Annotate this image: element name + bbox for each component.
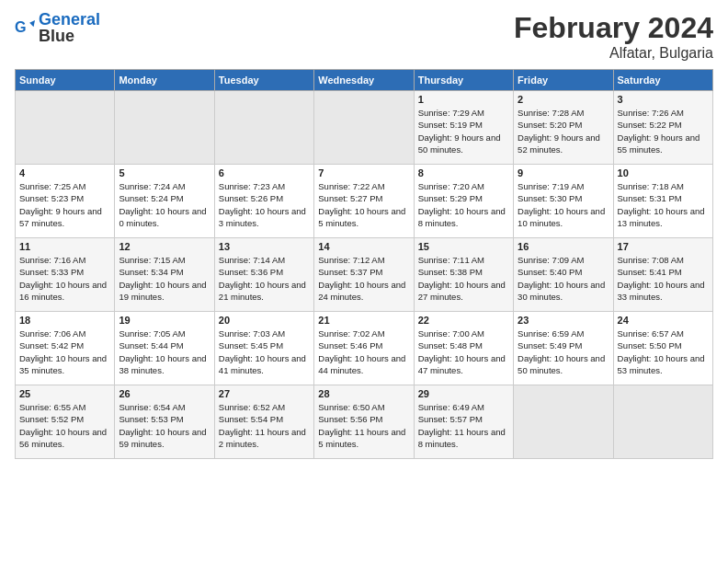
table-row: 6Sunrise: 7:23 AM Sunset: 5:26 PM Daylig… [214, 165, 313, 238]
day-number: 8 [418, 167, 509, 178]
table-row: 4Sunrise: 7:25 AM Sunset: 5:23 PM Daylig… [16, 165, 115, 238]
main-title: February 2024 [514, 11, 713, 45]
day-number: 14 [318, 241, 409, 252]
day-info: Sunrise: 7:25 AM Sunset: 5:23 PM Dayligh… [19, 180, 110, 229]
day-info: Sunrise: 6:50 AM Sunset: 5:56 PM Dayligh… [318, 401, 409, 450]
logo: G GeneralBlue [15, 11, 100, 44]
table-row: 11Sunrise: 7:16 AM Sunset: 5:33 PM Dayli… [16, 238, 115, 312]
day-number: 1 [418, 94, 509, 105]
day-number: 29 [418, 388, 509, 399]
day-number: 5 [119, 167, 210, 178]
logo-icon: G [15, 17, 35, 38]
day-number: 2 [518, 94, 609, 105]
table-row [314, 91, 414, 165]
day-number: 20 [219, 315, 310, 326]
col-friday: Friday [514, 70, 613, 91]
day-info: Sunrise: 7:06 AM Sunset: 5:42 PM Dayligh… [19, 327, 110, 376]
calendar-table: Sunday Monday Tuesday Wednesday Thursday… [15, 69, 713, 459]
day-info: Sunrise: 6:57 AM Sunset: 5:50 PM Dayligh… [618, 327, 709, 376]
table-row: 9Sunrise: 7:19 AM Sunset: 5:30 PM Daylig… [514, 165, 613, 238]
col-sunday: Sunday [16, 70, 115, 91]
day-info: Sunrise: 7:18 AM Sunset: 5:31 PM Dayligh… [618, 180, 709, 229]
day-info: Sunrise: 7:08 AM Sunset: 5:41 PM Dayligh… [618, 254, 709, 303]
col-monday: Monday [115, 70, 214, 91]
table-row: 12Sunrise: 7:15 AM Sunset: 5:34 PM Dayli… [115, 238, 214, 312]
day-number: 13 [219, 241, 310, 252]
table-row: 26Sunrise: 6:54 AM Sunset: 5:53 PM Dayli… [115, 385, 214, 459]
day-info: Sunrise: 7:03 AM Sunset: 5:45 PM Dayligh… [219, 327, 310, 376]
day-info: Sunrise: 7:00 AM Sunset: 5:48 PM Dayligh… [418, 327, 509, 376]
day-info: Sunrise: 7:23 AM Sunset: 5:26 PM Dayligh… [219, 180, 310, 229]
table-row: 1Sunrise: 7:29 AM Sunset: 5:19 PM Daylig… [414, 91, 513, 165]
day-number: 21 [318, 315, 409, 326]
day-info: Sunrise: 7:09 AM Sunset: 5:40 PM Dayligh… [518, 254, 609, 303]
day-info: Sunrise: 7:20 AM Sunset: 5:29 PM Dayligh… [418, 180, 509, 229]
table-row [214, 91, 313, 165]
col-thursday: Thursday [414, 70, 513, 91]
col-tuesday: Tuesday [214, 70, 313, 91]
day-info: Sunrise: 6:49 AM Sunset: 5:57 PM Dayligh… [418, 401, 509, 450]
day-info: Sunrise: 6:59 AM Sunset: 5:49 PM Dayligh… [518, 327, 609, 376]
day-info: Sunrise: 6:55 AM Sunset: 5:52 PM Dayligh… [19, 401, 110, 450]
table-row: 27Sunrise: 6:52 AM Sunset: 5:54 PM Dayli… [214, 385, 313, 459]
day-number: 28 [318, 388, 409, 399]
col-saturday: Saturday [613, 70, 712, 91]
table-row: 17Sunrise: 7:08 AM Sunset: 5:41 PM Dayli… [613, 238, 712, 312]
table-row: 15Sunrise: 7:11 AM Sunset: 5:38 PM Dayli… [414, 238, 513, 312]
table-row: 16Sunrise: 7:09 AM Sunset: 5:40 PM Dayli… [514, 238, 613, 312]
day-number: 6 [219, 167, 310, 178]
day-info: Sunrise: 7:24 AM Sunset: 5:24 PM Dayligh… [119, 180, 210, 229]
day-info: Sunrise: 7:28 AM Sunset: 5:20 PM Dayligh… [518, 107, 609, 155]
day-number: 10 [618, 167, 709, 178]
day-info: Sunrise: 7:02 AM Sunset: 5:46 PM Dayligh… [318, 327, 409, 376]
day-info: Sunrise: 7:15 AM Sunset: 5:34 PM Dayligh… [119, 254, 210, 303]
day-number: 26 [119, 388, 210, 399]
table-row [115, 91, 214, 165]
table-row: 24Sunrise: 6:57 AM Sunset: 5:50 PM Dayli… [613, 312, 712, 385]
day-number: 23 [518, 315, 609, 326]
table-row: 22Sunrise: 7:00 AM Sunset: 5:48 PM Dayli… [414, 312, 513, 385]
day-number: 7 [318, 167, 409, 178]
day-number: 24 [618, 315, 709, 326]
table-row: 28Sunrise: 6:50 AM Sunset: 5:56 PM Dayli… [314, 385, 414, 459]
table-row: 3Sunrise: 7:26 AM Sunset: 5:22 PM Daylig… [613, 91, 712, 165]
day-info: Sunrise: 6:54 AM Sunset: 5:53 PM Dayligh… [119, 401, 210, 450]
day-number: 22 [418, 315, 509, 326]
day-number: 25 [19, 388, 110, 399]
table-row: 25Sunrise: 6:55 AM Sunset: 5:52 PM Dayli… [16, 385, 115, 459]
table-row: 10Sunrise: 7:18 AM Sunset: 5:31 PM Dayli… [613, 165, 712, 238]
day-info: Sunrise: 7:16 AM Sunset: 5:33 PM Dayligh… [19, 254, 110, 303]
table-row: 7Sunrise: 7:22 AM Sunset: 5:27 PM Daylig… [314, 165, 414, 238]
svg-text:G: G [15, 18, 27, 35]
table-row [514, 385, 613, 459]
table-row: 14Sunrise: 7:12 AM Sunset: 5:37 PM Dayli… [314, 238, 414, 312]
day-number: 3 [618, 94, 709, 105]
page: G GeneralBlue February 2024 Alfatar, Bul… [0, 0, 728, 563]
table-row: 5Sunrise: 7:24 AM Sunset: 5:24 PM Daylig… [115, 165, 214, 238]
day-info: Sunrise: 7:11 AM Sunset: 5:38 PM Dayligh… [418, 254, 509, 303]
day-number: 19 [119, 315, 210, 326]
table-row: 23Sunrise: 6:59 AM Sunset: 5:49 PM Dayli… [514, 312, 613, 385]
table-row: 13Sunrise: 7:14 AM Sunset: 5:36 PM Dayli… [214, 238, 313, 312]
title-block: February 2024 Alfatar, Bulgaria [514, 11, 713, 62]
day-number: 4 [19, 167, 110, 178]
day-number: 12 [119, 241, 210, 252]
table-row [16, 91, 115, 165]
col-wednesday: Wednesday [314, 70, 414, 91]
day-info: Sunrise: 7:12 AM Sunset: 5:37 PM Dayligh… [318, 254, 409, 303]
day-number: 9 [518, 167, 609, 178]
table-row [613, 385, 712, 459]
table-row: 21Sunrise: 7:02 AM Sunset: 5:46 PM Dayli… [314, 312, 414, 385]
day-number: 17 [618, 241, 709, 252]
day-number: 16 [518, 241, 609, 252]
day-info: Sunrise: 7:22 AM Sunset: 5:27 PM Dayligh… [318, 180, 409, 229]
day-info: Sunrise: 6:52 AM Sunset: 5:54 PM Dayligh… [219, 401, 310, 450]
day-number: 18 [19, 315, 110, 326]
header: G GeneralBlue February 2024 Alfatar, Bul… [15, 11, 713, 62]
table-row: 20Sunrise: 7:03 AM Sunset: 5:45 PM Dayli… [214, 312, 313, 385]
subtitle: Alfatar, Bulgaria [514, 45, 713, 62]
day-number: 11 [19, 241, 110, 252]
table-row: 19Sunrise: 7:05 AM Sunset: 5:44 PM Dayli… [115, 312, 214, 385]
day-number: 15 [418, 241, 509, 252]
table-row: 2Sunrise: 7:28 AM Sunset: 5:20 PM Daylig… [514, 91, 613, 165]
